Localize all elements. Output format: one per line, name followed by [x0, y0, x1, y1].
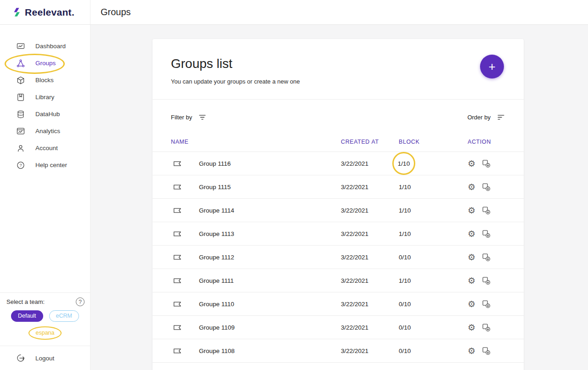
svg-text:?: ? [19, 163, 22, 168]
export-download-icon[interactable] [481, 299, 491, 308]
flag-icon [173, 184, 181, 190]
group-flag-cell [171, 254, 199, 260]
settings-gear-icon[interactable]: ⚙ [468, 299, 475, 308]
main-area: Groups list You can update your groups o… [90, 25, 588, 370]
team-help-icon[interactable]: ? [76, 297, 85, 306]
export-download-icon[interactable] [481, 252, 491, 262]
group-actions: ⚙ [468, 323, 505, 332]
groups-icon [16, 59, 25, 68]
group-name: Groupe 1112 [199, 254, 341, 261]
flag-icon [173, 348, 181, 354]
reelevant-logo-icon [13, 7, 21, 17]
team-selector: Select a team: ? Default eCRM espana [0, 292, 90, 346]
table-row: Group 1115 3/22/2021 1/10 ⚙ [153, 175, 524, 199]
export-download-icon[interactable] [481, 182, 491, 191]
group-created-at: 3/22/2021 [341, 324, 399, 331]
flag-icon [173, 254, 181, 260]
group-created-at: 3/22/2021 [341, 207, 399, 214]
flag-icon [173, 231, 181, 237]
group-block-count: 0/10 [399, 301, 411, 308]
sidebar: Dashboard Groups Blo [0, 25, 90, 370]
group-flag-cell [171, 325, 199, 331]
sidebar-item-account[interactable]: Account [0, 140, 90, 157]
table-row: Groupe 1113 3/22/2021 1/10 ⚙ [153, 222, 524, 246]
sidebar-item-library[interactable]: Library [0, 89, 90, 106]
order-by-label: Order by [467, 114, 491, 121]
team-selector-label: Select a team: [6, 298, 84, 305]
settings-gear-icon[interactable]: ⚙ [468, 229, 475, 238]
group-block-count: 1/10 [399, 277, 411, 284]
top-bar: Reelevant. Groups [0, 0, 588, 25]
group-flag-cell [171, 278, 199, 284]
table-row: Groupe 1109 3/22/2021 0/10 ⚙ [153, 316, 524, 339]
group-name: Group 1115 [199, 184, 341, 191]
group-block-count: 1/10 [399, 230, 411, 237]
logout-button[interactable]: Logout [0, 346, 90, 370]
sidebar-item-groups[interactable]: Groups [0, 55, 90, 72]
library-icon [16, 93, 25, 102]
settings-gear-icon[interactable]: ⚙ [468, 182, 475, 191]
export-download-icon[interactable] [481, 346, 491, 355]
sidebar-item-datahub[interactable]: DataHub [0, 106, 90, 123]
analytics-icon [16, 127, 25, 136]
settings-gear-icon[interactable]: ⚙ [468, 323, 475, 332]
team-button-espana[interactable]: espana [28, 326, 61, 340]
team-button-ecrm[interactable]: eCRM [49, 310, 79, 322]
sidebar-item-label: Library [35, 94, 54, 101]
group-name: Group 1116 [199, 160, 341, 167]
sidebar-item-analytics[interactable]: Analytics [0, 123, 90, 140]
card-subtitle: You can update your groups or create a n… [171, 78, 505, 85]
export-download-icon[interactable] [481, 276, 491, 285]
groups-table-body: Group 1116 3/22/2021 1/10 ⚙ Group 1115 3… [153, 152, 524, 363]
sidebar-item-label: Help center [35, 162, 67, 168]
settings-gear-icon[interactable]: ⚙ [468, 159, 475, 168]
sidebar-item-help-center[interactable]: ? Help center [0, 157, 90, 174]
export-download-icon[interactable] [481, 159, 491, 168]
datahub-icon [16, 110, 25, 119]
filter-row: Filter by Order by [153, 100, 524, 132]
settings-gear-icon[interactable]: ⚙ [468, 276, 475, 285]
column-header-name[interactable]: NAME [171, 139, 341, 145]
logout-label: Logout [35, 355, 54, 362]
group-actions: ⚙ [468, 276, 505, 285]
group-block-cell: 0/10 [399, 324, 468, 331]
sidebar-item-blocks[interactable]: Blocks [0, 72, 90, 89]
export-download-icon[interactable] [481, 229, 491, 238]
add-group-button[interactable]: + [480, 55, 504, 78]
app-logo-text: Reelevant. [25, 7, 74, 18]
column-header-action[interactable]: ACTION [468, 139, 505, 145]
order-by-button[interactable]: Order by [467, 113, 505, 122]
sidebar-item-label: Groups [35, 60, 56, 67]
column-header-block[interactable]: BLOCK [399, 139, 468, 145]
sidebar-nav: Dashboard Groups Blo [0, 25, 90, 174]
settings-gear-icon[interactable]: ⚙ [468, 252, 475, 262]
export-download-icon[interactable] [481, 206, 491, 215]
group-created-at: 3/22/2021 [341, 184, 399, 191]
filter-by-label: Filter by [171, 114, 192, 121]
group-flag-cell [171, 301, 199, 307]
group-created-at: 3/22/2021 [341, 230, 399, 237]
table-row: Group 1116 3/22/2021 1/10 ⚙ [153, 152, 524, 175]
filter-by-button[interactable]: Filter by [171, 113, 207, 122]
group-block-cell: 1/10 [399, 277, 468, 284]
filter-icon [198, 113, 207, 122]
group-created-at: 3/22/2021 [341, 348, 399, 354]
settings-gear-icon[interactable]: ⚙ [468, 346, 475, 355]
sidebar-item-dashboard[interactable]: Dashboard [0, 38, 90, 55]
sidebar-item-label: Blocks [35, 77, 54, 84]
dashboard-icon [16, 42, 25, 51]
logo-area: Reelevant. [0, 0, 90, 24]
group-block-cell: 1/10 [399, 152, 468, 175]
column-header-created-at[interactable]: CREATED AT [341, 139, 399, 145]
group-actions: ⚙ [468, 346, 505, 355]
group-actions: ⚙ [468, 182, 505, 191]
card-header: Groups list You can update your groups o… [153, 39, 524, 100]
group-block-cell: 1/10 [399, 230, 468, 237]
team-button-default[interactable]: Default [11, 310, 43, 322]
table-row: Groupe 1110 3/22/2021 0/10 ⚙ [153, 292, 524, 316]
group-block-count: 1/10 [392, 152, 415, 175]
export-download-icon[interactable] [481, 323, 491, 332]
group-actions: ⚙ [468, 206, 505, 215]
settings-gear-icon[interactable]: ⚙ [468, 206, 475, 215]
group-actions: ⚙ [468, 229, 505, 238]
